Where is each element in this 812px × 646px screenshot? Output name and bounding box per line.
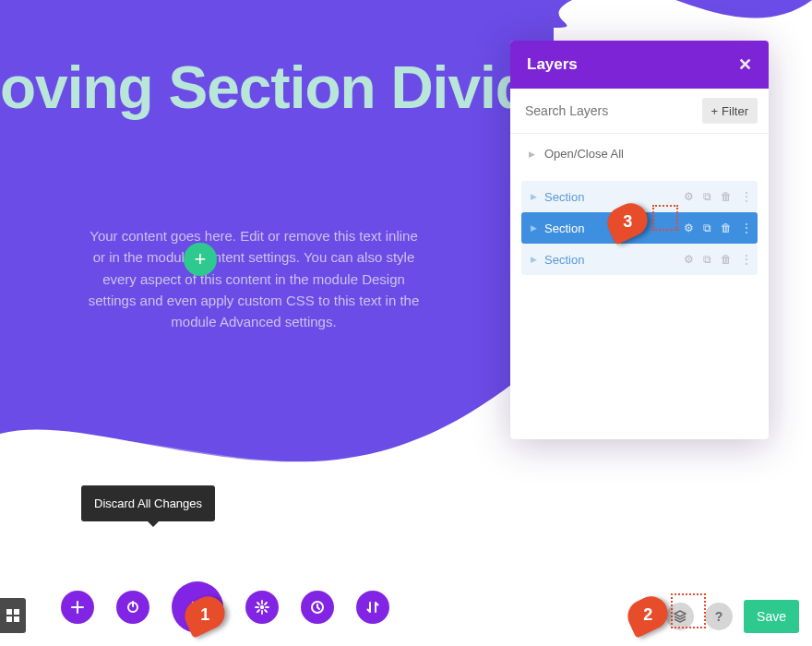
layer-label: Section — [544, 253, 684, 267]
layer-label: Section — [544, 190, 684, 204]
bottom-toolbar-left — [61, 581, 389, 633]
highlight-box-2 — [671, 593, 706, 628]
gear-icon[interactable]: ⚙ — [684, 221, 694, 234]
add-module-button[interactable]: + — [184, 243, 217, 276]
sort-button[interactable] — [356, 591, 389, 624]
power-button[interactable] — [116, 591, 149, 624]
kebab-icon[interactable]: ⋮ — [741, 253, 752, 266]
gear-icon — [255, 600, 269, 615]
svg-point-5 — [260, 605, 264, 609]
layers-title: Layers — [527, 55, 578, 74]
layers-search-bar: + Filter — [510, 89, 769, 134]
chevron-right-icon: ▶ — [529, 150, 535, 159]
gear-icon[interactable]: ⚙ — [684, 190, 694, 203]
svg-rect-3 — [14, 616, 19, 622]
chevron-right-icon: ▶ — [523, 223, 544, 233]
save-button[interactable]: Save — [744, 600, 799, 633]
svg-rect-1 — [14, 609, 19, 615]
hero-body-text[interactable]: Your content goes here. Edit or remove t… — [83, 225, 424, 332]
svg-rect-0 — [6, 609, 12, 615]
plus-icon — [70, 600, 85, 615]
power-icon — [125, 600, 140, 615]
question-icon: ? — [715, 609, 723, 624]
layers-header: Layers ✕ — [510, 41, 769, 89]
layer-actions: ⚙ ⧉ 🗑 ⋮ — [684, 253, 752, 266]
plus-icon: + — [711, 104, 719, 118]
discard-tooltip: Discard All Changes — [81, 485, 215, 521]
filter-label: Filter — [722, 104, 748, 118]
close-icon[interactable]: ✕ — [738, 54, 752, 75]
page-canvas: oving Section Divide Your content goes h… — [0, 0, 812, 646]
search-input[interactable] — [521, 98, 697, 124]
plus-icon: + — [195, 247, 207, 271]
help-button[interactable]: ? — [705, 603, 733, 630]
layer-actions: ⚙ ⧉ 🗑 ⋮ — [684, 221, 752, 234]
history-button[interactable] — [301, 591, 334, 624]
duplicate-icon[interactable]: ⧉ — [703, 253, 711, 266]
trash-icon[interactable]: 🗑 — [721, 253, 732, 266]
kebab-icon[interactable]: ⋮ — [741, 190, 752, 203]
chevron-right-icon: ▶ — [523, 255, 544, 264]
trash-icon[interactable]: 🗑 — [721, 221, 732, 234]
clock-icon — [310, 600, 325, 615]
duplicate-icon[interactable]: ⧉ — [703, 221, 711, 234]
add-button[interactable] — [61, 591, 94, 624]
svg-rect-2 — [6, 616, 12, 622]
layer-row[interactable]: ▶ Section ⚙ ⧉ 🗑 ⋮ — [521, 244, 758, 275]
layer-actions: ⚙ ⧉ 🗑 ⋮ — [684, 190, 752, 203]
page-title: oving Section Divide — [0, 54, 517, 122]
gear-icon[interactable]: ⚙ — [684, 253, 694, 266]
kebab-icon[interactable]: ⋮ — [741, 221, 752, 234]
chevron-right-icon: ▶ — [523, 192, 544, 201]
layers-panel: Layers ✕ + Filter ▶ Open/Close All ▶ Sec… — [510, 41, 769, 439]
settings-button[interactable] — [245, 591, 279, 624]
highlight-box-3 — [652, 205, 678, 231]
duplicate-icon[interactable]: ⧉ — [703, 190, 711, 203]
open-close-label: Open/Close All — [544, 147, 624, 161]
sort-icon — [365, 600, 380, 615]
trash-icon[interactable]: 🗑 — [721, 190, 732, 203]
filter-button[interactable]: + Filter — [702, 98, 758, 124]
open-close-all[interactable]: ▶ Open/Close All — [510, 134, 769, 173]
wireframe-toggle[interactable] — [0, 598, 26, 633]
grid-icon — [6, 609, 19, 622]
